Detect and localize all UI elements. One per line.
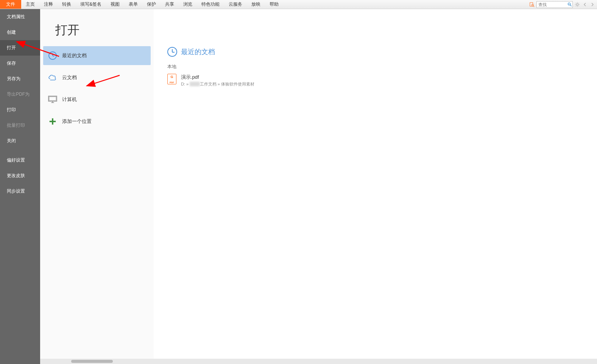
open-source-label: 云文档 [62,74,77,81]
open-sources-list: 最近的文档 云文档 计算机 添加一个位置 [40,46,154,131]
svg-line-12 [576,6,576,6]
ribbon-tab-form[interactable]: 表单 [124,0,142,9]
open-sources-panel: 打开 最近的文档 云文档 计算机 [40,9,154,364]
file-sidebar: 文档属性 创建 打开 保存 另存为 导出PDF为 打印 批量打印 关闭 偏好设置… [0,9,40,364]
svg-line-10 [576,3,576,3]
ribbon-tab-convert[interactable]: 转换 [58,0,76,9]
svg-line-11 [578,6,579,6]
svg-line-2 [533,6,535,7]
recent-doc-row[interactable]: 演示.pdf D: » ____工作文档 » 体验软件使用素材 [167,72,583,89]
ribbon-tab-comment[interactable]: 注释 [39,0,58,9]
ribbon-tab-fill-sign[interactable]: 填写&签名 [76,0,106,9]
sidebar-item-preferences[interactable]: 偏好设置 [0,152,40,168]
open-source-cloud[interactable]: 云文档 [43,68,151,87]
recent-section-label: 本地 [167,64,583,70]
recent-docs-header: 最近的文档 [167,47,583,57]
ribbon-tab-share[interactable]: 共享 [161,0,179,9]
recent-docs-panel: 最近的文档 本地 演示.pdf D: » ____工作文档 » 体验软件使用素材 [154,9,597,364]
open-source-add-place[interactable]: 添加一个位置 [43,112,151,131]
svg-point-5 [576,3,578,5]
ribbon-tab-file[interactable]: 文件 [0,0,21,9]
pdf-file-icon [167,74,176,84]
scrollbar-thumb[interactable] [71,360,113,363]
svg-rect-20 [50,121,56,122]
plus-icon [48,117,58,126]
gear-icon[interactable] [574,2,580,8]
search-input-wrap[interactable] [536,1,573,8]
ribbon-tab-protect[interactable]: 保护 [142,0,161,9]
sidebar-item-print[interactable]: 打印 [0,102,40,118]
page-title: 打开 [40,22,154,46]
ribbon-tab-features[interactable]: 特色功能 [197,0,224,9]
sidebar-item-batch-print[interactable]: 批量打印 [0,118,40,133]
ribbon-right-tools [529,0,597,9]
sidebar-item-open[interactable]: 打开 [0,40,40,56]
ribbon-menu: 文件 主页 注释 转换 填写&签名 视图 表单 保护 共享 浏览 特色功能 云服… [0,0,597,9]
ribbon-tab-cloud[interactable]: 云服务 [224,0,247,9]
open-source-recent[interactable]: 最近的文档 [43,46,151,65]
cloud-icon [48,73,58,82]
recent-doc-path: D: » ____工作文档 » 体验软件使用素材 [181,81,254,87]
sidebar-item-save[interactable]: 保存 [0,56,40,71]
open-source-label: 计算机 [62,96,77,103]
sidebar-item-doc-props[interactable]: 文档属性 [0,9,40,25]
sidebar-item-save-as[interactable]: 另存为 [0,71,40,87]
content-area: 文档属性 创建 打开 保存 另存为 导出PDF为 打印 批量打印 关闭 偏好设置… [0,9,597,364]
clock-icon [48,51,58,61]
ribbon-tab-view[interactable]: 视图 [106,0,124,9]
sidebar-item-create[interactable]: 创建 [0,25,40,40]
open-source-label: 添加一个位置 [62,118,92,125]
ribbon-tab-slideshow[interactable]: 放映 [247,0,265,9]
ribbon-tab-browse[interactable]: 浏览 [179,0,197,9]
svg-point-3 [568,3,571,5]
open-source-computer[interactable]: 计算机 [43,90,151,109]
recent-doc-info: 演示.pdf D: » ____工作文档 » 体验软件使用素材 [181,74,254,87]
sidebar-item-sync[interactable]: 同步设置 [0,184,40,199]
ribbon-tab-help[interactable]: 帮助 [265,0,283,9]
horizontal-scrollbar[interactable] [40,359,597,364]
svg-line-4 [570,5,572,6]
recent-docs-title: 最近的文档 [181,47,215,56]
open-source-label: 最近的文档 [62,52,87,59]
sidebar-item-skin[interactable]: 更改皮肤 [0,168,40,184]
clock-icon [167,47,177,57]
search-icon[interactable] [567,2,572,7]
sidebar-item-export-pdf[interactable]: 导出PDF为 [0,87,40,102]
ribbon-tab-home[interactable]: 主页 [21,0,39,9]
svg-line-13 [578,3,579,3]
monitor-icon [48,95,58,104]
recent-doc-name: 演示.pdf [181,74,254,81]
find-page-icon[interactable] [529,2,535,8]
nav-prev-icon[interactable] [582,2,588,8]
svg-rect-16 [49,97,56,101]
nav-next-icon[interactable] [589,2,595,8]
sidebar-item-close[interactable]: 关闭 [0,133,40,149]
search-input[interactable] [537,2,567,7]
